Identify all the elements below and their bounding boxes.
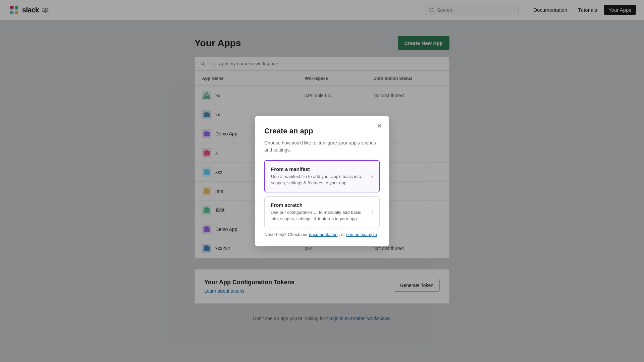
modal: ✕ Create an app Choose how you'd like to… [255,116,389,246]
modal-subtitle: Choose how you'd like to configure your … [264,139,380,154]
modal-help: Need help? Check our documentation , or … [264,232,380,237]
modal-close-button[interactable]: ✕ [375,121,384,131]
modal-option-scratch[interactable]: From scratch Use our configuration UI to… [264,196,380,228]
chevron-right-icon: › [371,173,373,179]
modal-option-scratch-title: From scratch [271,202,368,208]
modal-option-manifest[interactable]: From a manifest Use a manifest file to a… [264,160,380,192]
modal-example-link[interactable]: see an example [346,232,377,237]
modal-or-text: , or [339,232,345,237]
modal-title: Create an app [264,127,380,135]
modal-documentation-link[interactable]: documentation [309,232,337,237]
chevron-right-icon: › [372,209,373,215]
modal-help-text: Need help? Check our [264,232,308,237]
modal-option-scratch-desc: Use our configuration UI to manually add… [271,209,368,222]
modal-option-scratch-content: From scratch Use our configuration UI to… [271,202,368,222]
modal-option-manifest-title: From a manifest [271,166,367,172]
modal-option-manifest-content: From a manifest Use a manifest file to a… [271,166,367,186]
modal-overlay[interactable]: ✕ Create an app Choose how you'd like to… [0,0,644,362]
modal-option-manifest-desc: Use a manifest file to add your app's ba… [271,173,367,186]
